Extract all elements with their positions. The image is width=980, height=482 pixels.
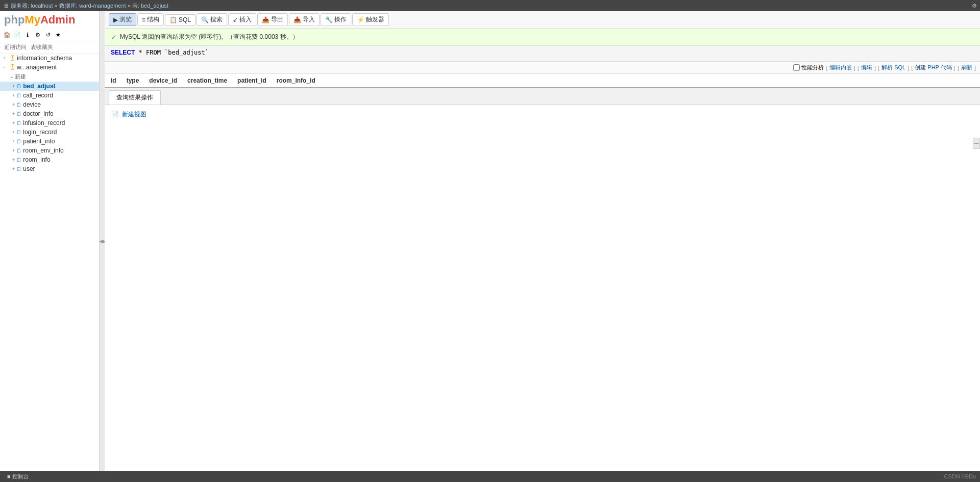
table-expand-icon: +: [12, 111, 15, 116]
perf-checkbox-label[interactable]: 性能分析: [793, 64, 824, 71]
parse-sql-link[interactable]: 解析 SQL: [881, 64, 905, 71]
performance-bar: 性能分析 [ 编辑内嵌 ] [ 编辑 ] [ 解析 SQL ] [ 创建 PHP…: [105, 62, 980, 74]
table-name: login_record: [23, 129, 57, 136]
table-icon: 🗒: [16, 148, 21, 154]
breadcrumb-table-link[interactable]: bed_adjust: [141, 3, 168, 9]
col-device-id[interactable]: device_id: [149, 77, 177, 84]
sql-button[interactable]: 📋 SQL: [165, 14, 195, 26]
table-expand-icon: +: [12, 166, 15, 171]
table-item-patient-info[interactable]: + 🗒 patient_info: [0, 137, 99, 146]
table-icon: 🗒: [16, 102, 21, 108]
table-expand-icon: +: [12, 139, 15, 144]
recent-tables-link[interactable]: 近期访问: [4, 43, 27, 51]
content-body: ✓ MySQL 返回的查询结果为空 (即零行)。（查询花费 0.0003 秒。）…: [105, 29, 980, 471]
table-expand-icon: +: [12, 120, 15, 125]
right-panel-toggle[interactable]: —: [973, 138, 980, 149]
triggers-button[interactable]: ⚡ 触发器: [352, 13, 389, 26]
db-name: information_schema: [17, 55, 72, 62]
table-item-login-record[interactable]: + 🗒 login_record: [0, 128, 99, 137]
sidebar-icon-bar: 🏠 📄 ℹ ⚙ ↺ ★: [0, 29, 99, 41]
table-icon: 🗒: [16, 120, 21, 126]
breadcrumb-server-link[interactable]: 服务器: localhost: [11, 3, 53, 9]
insert-button[interactable]: ↙ 插入: [228, 13, 256, 26]
perf-checkbox[interactable]: [793, 64, 800, 71]
edit-link[interactable]: 编辑: [861, 64, 872, 71]
operations-button[interactable]: 🔧 操作: [321, 13, 351, 26]
browse-icon: ▶: [113, 16, 118, 23]
import-button[interactable]: 📥 导入: [289, 13, 320, 26]
db-item-ward-management[interactable]: - 🗄 w...anagement: [0, 63, 99, 72]
table-icon: 🗒: [16, 166, 21, 172]
col-room-info-id[interactable]: room_info_id: [277, 77, 315, 84]
table-name: room_env_info: [23, 147, 63, 154]
sql-display: SELECT * FROM `bed_adjust`: [105, 46, 980, 62]
insert-label: 插入: [239, 15, 252, 24]
favorites-link[interactable]: 表收藏夹: [31, 43, 53, 51]
table-expand-icon: +: [12, 130, 15, 135]
db-name: w...anagement: [17, 64, 57, 71]
table-name: patient_info: [23, 138, 55, 145]
home-icon[interactable]: 🏠: [3, 31, 11, 39]
db-item-information-schema[interactable]: + 🗄 information_schema: [0, 54, 99, 63]
sql-label: SQL: [179, 16, 191, 23]
table-expand-icon: +: [12, 157, 15, 162]
expand-icon: +: [3, 56, 8, 61]
structure-icon: ≡: [142, 16, 145, 23]
col-type[interactable]: type: [127, 77, 139, 84]
new-view-link[interactable]: 新建视图: [122, 110, 146, 119]
expand-icon: -: [3, 65, 8, 70]
perf-label: 性能分析: [801, 64, 824, 71]
table-item-call-record[interactable]: + 🗒 call_record: [0, 91, 99, 100]
settings-icon[interactable]: ⚙: [34, 31, 42, 39]
table-item-room-info[interactable]: + 🗒 room_info: [0, 155, 99, 164]
watermark: CSDN ©9Du: [944, 473, 976, 479]
sidebar-toggle[interactable]: ◀▶: [100, 11, 105, 471]
operations-icon: 🔧: [325, 16, 333, 23]
refresh-icon[interactable]: ↺: [44, 31, 52, 39]
results-tab[interactable]: 查询结果操作: [109, 90, 161, 105]
export-button[interactable]: 📤 导出: [257, 13, 288, 26]
table-item-infusion-record[interactable]: + 🗒 infusion_record: [0, 118, 99, 128]
table-name: device: [23, 101, 41, 108]
create-php-link[interactable]: 创建 PHP 代码: [915, 64, 952, 71]
breadcrumb-db-link[interactable]: 数据库: ward-management: [59, 3, 126, 9]
col-patient-id[interactable]: patient_id: [237, 77, 266, 84]
doc-icon[interactable]: 📄: [13, 31, 21, 39]
inline-edit-link[interactable]: 编辑内嵌: [829, 64, 852, 71]
results-tab-bar: 查询结果操作: [105, 88, 980, 105]
refresh-link[interactable]: 刷新: [961, 64, 972, 71]
col-id[interactable]: id: [111, 77, 116, 84]
sql-keyword: SELECT: [111, 49, 135, 56]
search-button[interactable]: 🔍 搜索: [197, 13, 227, 26]
success-message: ✓ MySQL 返回的查询结果为空 (即零行)。（查询花费 0.0003 秒。）: [105, 29, 980, 46]
server-icon: 🖥: [3, 3, 9, 9]
table-expand-icon: +: [12, 148, 15, 153]
breadcrumb-text: 服务器: localhost » 数据库: ward-management » …: [11, 2, 168, 10]
breadcrumb-table-prefix: 表:: [132, 3, 141, 9]
table-icon: 🗒: [16, 157, 21, 163]
table-item-bed-adjust[interactable]: + 🗒 bed_adjust: [0, 82, 99, 91]
new-view-icon: 📄: [111, 111, 119, 118]
operations-label: 操作: [334, 15, 347, 24]
phpmyadmin-logo: phpMyAdmin: [4, 13, 95, 27]
new-table-item[interactable]: + 新建: [0, 72, 99, 82]
new-icon: +: [10, 74, 13, 80]
gear-icon[interactable]: ⚙: [972, 3, 977, 9]
structure-button[interactable]: ≡ 结构: [137, 13, 164, 26]
table-icon: 🗒: [16, 93, 21, 98]
sidebar: phpMyAdmin 🏠 📄 ℹ ⚙ ↺ ★ 近期访问 表收藏夹 + 🗄 inf…: [0, 11, 100, 471]
col-creation-time[interactable]: creation_time: [187, 77, 227, 84]
triggers-icon: ⚡: [357, 16, 364, 23]
browse-button[interactable]: ▶ 浏览: [109, 13, 136, 26]
star-icon[interactable]: ★: [54, 31, 62, 39]
table-item-device[interactable]: + 🗒 device: [0, 100, 99, 109]
export-icon: 📤: [262, 16, 270, 23]
info-icon[interactable]: ℹ: [23, 31, 32, 39]
search-label: 搜索: [210, 15, 223, 24]
console-button[interactable]: ■ 控制台: [4, 472, 32, 481]
table-item-user[interactable]: + 🗒 user: [0, 164, 99, 173]
table-item-doctor-info[interactable]: + 🗒 doctor_info: [0, 109, 99, 118]
table-item-room-env-info[interactable]: + 🗒 room_env_info: [0, 146, 99, 155]
structure-label: 结构: [147, 15, 159, 24]
db-icon: 🗄: [10, 64, 15, 70]
